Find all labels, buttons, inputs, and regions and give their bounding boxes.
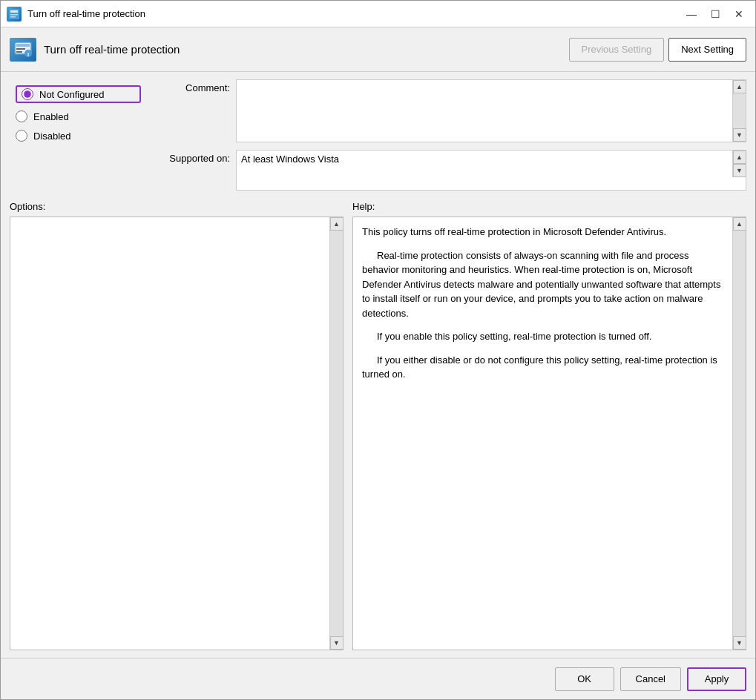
svg-rect-7 — [16, 51, 22, 53]
not-configured-label: Not Configured — [39, 89, 104, 100]
svg-rect-5 — [16, 44, 30, 47]
options-scroll-track — [330, 231, 343, 636]
header-title: Turn off real-time protection — [44, 43, 180, 56]
supported-label: Supported on: — [156, 150, 230, 164]
enabled-label: Enabled — [33, 111, 69, 122]
comment-scroll-track — [733, 93, 746, 128]
help-para-3: If you enable this policy setting, real-… — [362, 329, 723, 344]
help-panel: Help: This policy turns off real-time pr… — [352, 201, 746, 650]
svg-rect-3 — [10, 16, 16, 18]
fields-section: Comment: ▲ ▼ Supported on: At least Wind… — [156, 79, 746, 191]
main-window: Turn off real-time protection — ☐ ✕ — [0, 0, 756, 700]
window-title: Turn off real-time protection — [27, 8, 681, 19]
next-setting-button[interactable]: Next Setting — [668, 38, 746, 62]
help-scroll-track — [733, 231, 746, 636]
content-area: Not Configured Enabled Disabled Comment: — [1, 72, 755, 658]
supported-scroll-down[interactable]: ▼ — [733, 164, 746, 177]
svg-rect-2 — [10, 14, 18, 16]
header-icon: i — [10, 38, 36, 62]
cancel-button[interactable]: Cancel — [620, 667, 681, 691]
comment-scroll-down[interactable]: ▼ — [733, 128, 746, 142]
options-content — [10, 217, 329, 650]
help-para-1: This policy turns off real-time protecti… — [362, 225, 723, 240]
options-scrollbar[interactable]: ▲ ▼ — [329, 217, 343, 650]
radio-enabled-input[interactable] — [16, 110, 27, 122]
window-controls: — ☐ ✕ — [681, 5, 749, 23]
comment-row: Comment: ▲ ▼ — [156, 79, 746, 142]
options-panel: Options: ▲ ▼ — [10, 201, 344, 650]
not-configured-wrapper: Not Configured — [16, 85, 141, 103]
supported-row: Supported on: At least Windows Vista ▲ ▼ — [156, 150, 746, 191]
comment-label: Comment: — [156, 79, 230, 93]
help-para-2: Real-time protection consists of always-… — [362, 248, 723, 321]
maximize-button[interactable]: ☐ — [705, 5, 726, 23]
supported-field-box: At least Windows Vista ▲ ▼ — [236, 150, 746, 191]
supported-value: At least Windows Vista — [237, 151, 732, 168]
help-content: This policy turns off real-time protecti… — [353, 217, 732, 650]
help-label: Help: — [352, 201, 746, 212]
radio-group: Not Configured Enabled Disabled — [10, 79, 147, 191]
window-icon — [7, 7, 22, 22]
comment-field-box: ▲ ▼ — [236, 79, 746, 142]
minimize-button[interactable]: — — [681, 5, 702, 23]
supported-scrollbar[interactable]: ▲ ▼ — [732, 151, 746, 177]
radio-not-configured[interactable]: Not Configured — [22, 88, 104, 100]
disabled-label: Disabled — [33, 131, 71, 142]
radio-disabled[interactable]: Disabled — [16, 130, 141, 142]
options-scroll-up[interactable]: ▲ — [330, 217, 344, 231]
comment-input[interactable] — [237, 80, 732, 142]
previous-setting-button[interactable]: Previous Setting — [569, 38, 665, 62]
help-box: This policy turns off real-time protecti… — [352, 217, 746, 650]
radio-disabled-input[interactable] — [16, 130, 27, 142]
options-box: ▲ ▼ — [10, 217, 344, 650]
help-scrollbar[interactable]: ▲ ▼ — [732, 217, 746, 650]
title-bar: Turn off real-time protection — ☐ ✕ — [1, 1, 755, 27]
comment-scroll-up[interactable]: ▲ — [733, 80, 746, 93]
apply-button[interactable]: Apply — [687, 667, 746, 691]
footer: OK Cancel Apply — [1, 658, 755, 699]
radio-enabled[interactable]: Enabled — [16, 110, 141, 122]
help-scroll-up[interactable]: ▲ — [733, 217, 746, 231]
svg-rect-6 — [16, 48, 25, 50]
header-left: i Turn off real-time protection — [10, 38, 180, 62]
options-scroll-down[interactable]: ▼ — [330, 636, 344, 650]
svg-rect-1 — [10, 10, 18, 13]
options-label: Options: — [10, 201, 344, 212]
ok-button[interactable]: OK — [555, 667, 614, 691]
header-bar: i Turn off real-time protection Previous… — [1, 27, 755, 72]
help-para-4: If you either disable or do not configur… — [362, 353, 723, 382]
radio-not-configured-input[interactable] — [22, 88, 33, 100]
options-help-section: Options: ▲ ▼ Help: This policy turns off… — [10, 201, 746, 650]
header-navigation: Previous Setting Next Setting — [569, 38, 747, 62]
close-button[interactable]: ✕ — [729, 5, 749, 23]
svg-text:i: i — [27, 51, 29, 58]
top-section: Not Configured Enabled Disabled Comment: — [10, 79, 746, 191]
help-scroll-down[interactable]: ▼ — [733, 636, 746, 650]
comment-scrollbar[interactable]: ▲ ▼ — [732, 80, 746, 142]
supported-scroll-up[interactable]: ▲ — [733, 151, 746, 164]
